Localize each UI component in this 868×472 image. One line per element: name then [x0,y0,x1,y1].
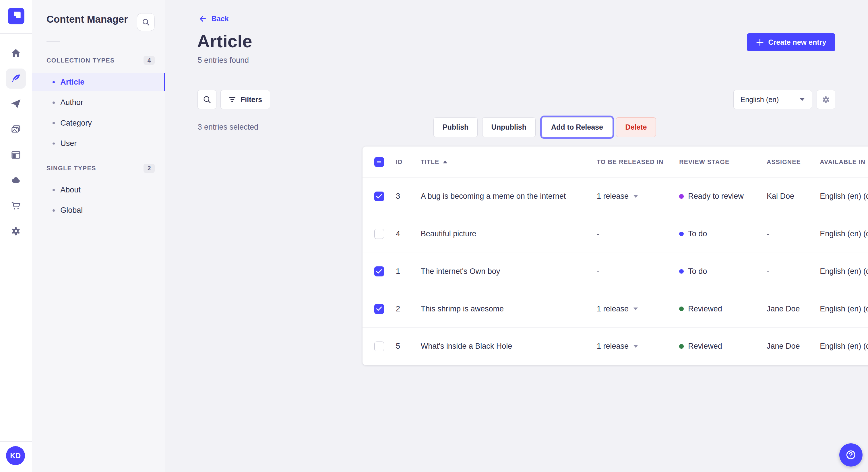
row-title: The internet's Own boy [421,267,597,276]
row-id: 2 [396,305,421,313]
table-header-row: ID TITLE TO BE RELEASED IN REVIEW STAGE … [363,146,868,177]
row-review-stage: To do [679,267,767,276]
sidebar-item-author[interactable]: Author [32,94,165,112]
row-checkbox[interactable] [374,304,384,314]
content-manager-feather-icon[interactable] [6,69,26,88]
sidebar-item-label: Global [60,206,83,215]
releases-send-icon[interactable] [6,94,26,114]
entries-table: ID TITLE TO BE RELEASED IN REVIEW STAGE … [363,146,868,365]
row-assignee: Jane Doe [767,305,820,313]
main-content: Back Article 5 entries found Create new … [165,0,868,472]
table-body: 3A bug is becoming a meme on the interne… [363,177,868,365]
column-header-assignee[interactable]: ASSIGNEE [767,159,820,165]
gear-icon [821,95,831,104]
row-assignee: Kai Doe [767,192,820,201]
table-row[interactable]: 3A bug is becoming a meme on the interne… [363,177,868,215]
section-count-badge: 4 [144,56,155,65]
sort-asc-icon [443,160,447,164]
table-row[interactable]: 1The internet's Own boy-To do-English (e… [363,252,868,290]
sidebar-item-label: User [60,139,76,148]
delete-button[interactable]: Delete [616,117,656,137]
row-id: 4 [396,229,421,238]
view-settings-button[interactable] [817,90,836,109]
row-release[interactable]: 1 release [597,342,679,351]
row-checkbox[interactable] [374,229,384,239]
settings-gear-icon[interactable] [6,221,26,241]
row-available-in[interactable]: English (en) (default) [820,267,868,276]
bullet-icon [53,142,55,145]
filters-button[interactable]: Filters [220,90,270,109]
user-avatar[interactable]: KD [6,446,25,465]
chevron-down-icon[interactable] [633,344,639,348]
column-header-to-be-released-in[interactable]: TO BE RELEASED IN [597,159,679,165]
review-stage-dot [679,232,683,236]
row-checkbox[interactable] [374,192,384,202]
table-row[interactable]: 5What's inside a Black Hole1 releaseRevi… [363,328,868,365]
locale-select[interactable]: English (en) [733,90,812,109]
subnav-divider [46,41,60,42]
row-available-in[interactable]: English (en) (default) [820,229,868,238]
subnav-search-button[interactable] [137,13,155,31]
column-header-title[interactable]: TITLE [421,159,597,165]
marketplace-cart-icon[interactable] [6,196,26,216]
column-header-review-stage[interactable]: REVIEW STAGE [679,159,767,165]
bullet-icon [53,189,55,191]
row-release[interactable]: 1 release [597,305,679,313]
question-mark-icon [845,449,857,461]
sidebar-item-label: Author [60,98,83,107]
search-button[interactable] [197,90,216,109]
locale-value: English (en) [741,96,779,104]
subnav-title: Content Manager [46,14,128,25]
row-assignee: - [767,267,820,276]
column-header-available-in[interactable]: AVAILABLE IN [820,159,868,165]
row-title: Beautiful picture [421,229,597,238]
rail-divider [0,33,32,34]
row-checkbox[interactable] [374,266,384,276]
unpublish-button[interactable]: Unpublish [482,117,536,137]
filter-icon [228,96,236,103]
review-stage-dot [679,344,683,348]
select-all-checkbox[interactable] [374,157,384,167]
row-checkbox[interactable] [374,341,384,351]
content-manager-app: KD Content Manager COLLECTION TYPES 4 Ar… [0,0,868,472]
row-release: - [597,229,679,238]
cloud-icon[interactable] [6,170,26,190]
row-review-stage: Ready to review [679,192,767,201]
home-icon[interactable] [6,43,26,63]
single-types-section: SINGLE TYPES 2 [46,164,155,173]
row-available-in[interactable]: English (en) (default) [820,305,868,313]
table-row[interactable]: 4Beautiful picture-To do-English (en) (d… [363,215,868,252]
sidebar-item-about[interactable]: About [32,181,165,199]
create-new-entry-button[interactable]: Create new entry [747,33,835,52]
sidebar-item-category[interactable]: Category [32,114,165,132]
table-row[interactable]: 2This shrimp is awesome1 releaseReviewed… [363,290,868,328]
sidebar-item-label: About [60,186,81,194]
media-library-icon[interactable] [6,120,26,139]
row-assignee: - [767,229,820,238]
row-assignee: Jane Doe [767,342,820,351]
row-review-stage: Reviewed [679,305,767,313]
row-release[interactable]: 1 release [597,192,679,201]
sidebar-item-user[interactable]: User [32,134,165,153]
bullet-icon [53,209,55,212]
section-count-badge: 2 [144,164,155,173]
content-type-builder-icon[interactable] [6,145,26,165]
review-stage-dot [679,194,683,198]
section-label: SINGLE TYPES [46,165,96,172]
back-link[interactable]: Back [198,14,228,23]
chevron-down-icon[interactable] [633,194,639,198]
sidebar-item-global[interactable]: Global [32,201,165,220]
sidebar-item-article[interactable]: Article [32,73,165,92]
column-header-id[interactable]: ID [396,159,421,165]
help-button[interactable] [839,443,863,467]
chevron-down-icon [799,97,805,102]
strapi-logo-icon[interactable] [8,8,24,24]
publish-button[interactable]: Publish [433,117,477,137]
content-manager-subnav: Content Manager COLLECTION TYPES 4 Artic… [32,0,165,472]
row-available-in[interactable]: English (en) (default) [820,192,868,201]
row-available-in[interactable]: English (en) (default) [820,342,868,351]
chevron-down-icon[interactable] [633,307,639,310]
add-to-release-button[interactable]: Add to Release [542,117,612,137]
row-id: 5 [396,342,421,351]
row-review-stage: Reviewed [679,342,767,351]
